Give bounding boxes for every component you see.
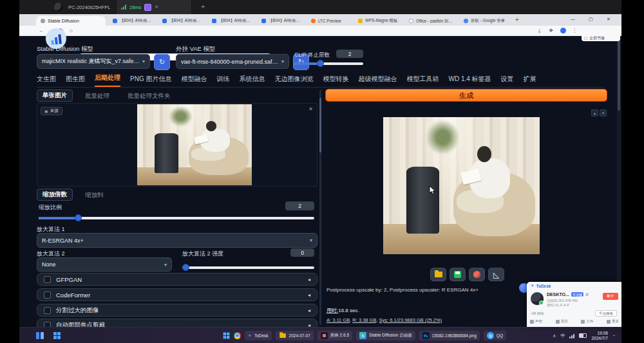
slider-handle[interactable] (75, 214, 82, 221)
todesk-action-files[interactable]: 文件 (581, 319, 593, 324)
chevron-down-icon: ▾ (281, 59, 284, 64)
vae-dropdown[interactable]: vae-ft-mse-840000-ema-pruned.safetensors… (176, 54, 289, 69)
widgets-icon[interactable] (36, 332, 39, 339)
tab-image-browser[interactable]: 无边图像浏览 (274, 75, 313, 87)
bookmarks-chip[interactable]: ▢ 全部书签 (582, 35, 620, 41)
tab-extras[interactable]: 后期处理 (95, 73, 120, 87)
browser-new-tab-button[interactable]: + (515, 16, 519, 23)
browser-tab[interactable]: 【B04】AI绘画整合包 - V启动器 (207, 16, 255, 26)
remote-session-tab[interactable]: 28ms ✕ (116, 0, 192, 14)
tab-txt2img[interactable]: 文生图 (37, 75, 56, 87)
tab-extensions[interactable]: 扩展 (524, 75, 536, 87)
taskbar-app-jianying[interactable]: 剪映 2.6.5 (317, 331, 352, 340)
todesk-disconnect-button[interactable]: 断开 (603, 293, 618, 300)
upscaler1-dropdown[interactable]: R-ESRGAN 4x+ ▾ (37, 233, 317, 248)
open-folder-button[interactable] (430, 268, 446, 281)
back-icon[interactable]: ← (39, 28, 44, 33)
remote-desktop-window: PC-20240625HFPL 28ms ✕ + Stable Diffusio… (19, 0, 621, 343)
subtab-batch-folder[interactable]: 批量处理文件夹 (128, 92, 171, 100)
scale-by-tab[interactable]: 缩放倍数 (37, 189, 73, 201)
upscaler2-dropdown[interactable]: None ▾ (37, 257, 172, 272)
save-image-button[interactable] (450, 268, 466, 281)
accordion-codeformer[interactable]: CodeFormer ◂ (37, 288, 317, 301)
browser-tab-active[interactable]: Stable Diffusion (36, 16, 106, 26)
battery-icon[interactable] (579, 333, 587, 338)
model-dropdown[interactable]: majicMIX realistic 麦橘写实_v7.safetensors [… (37, 54, 150, 69)
todesk-net-button[interactable]: 千兆网络 (595, 310, 617, 317)
tab-png-info[interactable]: PNG 图片信息 (130, 75, 171, 87)
ime-indicator[interactable]: 中 (560, 333, 565, 339)
send-to-img2img-button[interactable]: ◺ (488, 268, 504, 281)
tab-checkpoint-merger[interactable]: 模型融合 (181, 75, 207, 87)
subtab-batch-process[interactable]: 批量处理 (85, 92, 109, 100)
browser-tab[interactable]: 【B04】AI绘画整合包 - V启动器 (257, 16, 305, 26)
start-button[interactable] (53, 332, 61, 339)
browser-menu-icon[interactable]: ⋮ (572, 28, 577, 33)
taskbar-app-photoshop[interactable]: Ps 15082-1983866584.png (419, 331, 480, 340)
taskbar-app-qq[interactable]: Q QQ (484, 331, 506, 340)
window-maximize-button[interactable]: ▢ (589, 17, 593, 22)
accordion-gfpgan[interactable]: GFPGAN ◂ (37, 273, 317, 286)
browser-tab[interactable]: WPS-Magne 模板 (354, 16, 402, 26)
slider-handle[interactable] (182, 264, 189, 271)
browser-tab[interactable]: 【B04】AI绘画整合包 - V启动器 (108, 16, 156, 26)
subtab-single-image[interactable]: 单张图片 (37, 89, 73, 102)
tab-model-toolkit[interactable]: 模型工具箱 (406, 75, 439, 87)
send-to-extras-button[interactable] (469, 268, 485, 281)
taskbar-app-sd-launcher[interactable]: S Stable Diffusion 启动器 (356, 331, 415, 340)
remote-new-tab-button[interactable]: + (201, 3, 205, 10)
resize-slider[interactable] (39, 217, 314, 219)
scale-to-tab[interactable]: 缩放到 (85, 191, 104, 199)
clear-image-icon[interactable]: ✕ (308, 106, 313, 112)
upscaler2-strength-slider[interactable] (182, 266, 314, 269)
tab-super-merger[interactable]: 超级模型融合 (358, 75, 397, 87)
todesk-action-sound[interactable]: 声音 (530, 319, 542, 324)
checkbox[interactable] (44, 307, 51, 314)
notification-bell-icon[interactable]: ◔ (612, 333, 615, 338)
browser-tab[interactable]: LTC Preview (307, 16, 352, 26)
tab-train[interactable]: 训练 (216, 75, 229, 87)
extensions-icon[interactable]: ❖ (549, 28, 553, 33)
tray-expand-icon[interactable]: ∧ (553, 333, 556, 338)
result-image-preview[interactable] (383, 117, 540, 254)
source-image-preview[interactable] (137, 104, 252, 185)
resize-value[interactable]: 2 (285, 201, 314, 210)
browser-tab[interactable]: 【B04】AI绘画整合包 - V启动器 (158, 16, 205, 26)
generate-button[interactable]: 生成 (325, 89, 607, 102)
session-close-icon[interactable]: ✕ (155, 5, 158, 10)
network-icon[interactable] (569, 333, 574, 338)
checkbox[interactable] (44, 292, 51, 299)
tab-settings[interactable]: 设置 (501, 75, 514, 87)
dot-icon (556, 320, 560, 324)
profile-avatar[interactable] (560, 28, 566, 33)
browser-tab[interactable]: Office - pastbin Studio (404, 16, 457, 26)
download-icon[interactable]: ⤓ (538, 28, 541, 34)
column-scrollbar[interactable] (319, 90, 321, 325)
browser-tab[interactable]: 谷歌 - Google 登录 (459, 16, 511, 26)
tab-model-convert[interactable]: 模型转换 (323, 75, 348, 87)
slider-handle[interactable] (317, 60, 324, 67)
preview-expand-button[interactable]: ▴ (591, 109, 598, 116)
taskbar-app-folder[interactable]: 2024-07-07 (276, 331, 314, 340)
checkbox[interactable] (44, 276, 51, 283)
tab-system-info[interactable]: 系统信息 (239, 75, 265, 87)
todesk-action-quality[interactable]: 画质 (556, 319, 568, 324)
accordion-split-oversized[interactable]: 分割过大的图像 ◂ (37, 304, 317, 317)
todesk-action-more[interactable]: 更多 (607, 319, 619, 324)
upscaler2-strength-value[interactable]: 0 (290, 248, 314, 257)
home-icon[interactable]: ⌂ (70, 28, 73, 33)
source-image-panel[interactable]: ▣ 来源 ✕ (37, 103, 317, 187)
preview-close-button[interactable]: ✕ (600, 109, 607, 116)
clock[interactable]: 19:08 2024/7/7 (591, 331, 607, 340)
clip-skip-value[interactable]: 2 (336, 50, 363, 58)
tab-img2img[interactable]: 图生图 (66, 75, 85, 87)
taskbar-app-todesk[interactable]: ✈ ToDesk (245, 331, 272, 340)
task-view-icon[interactable] (223, 333, 230, 339)
window-minimize-button[interactable]: — (571, 17, 575, 21)
window-close-button[interactable]: ✕ (607, 17, 611, 22)
clip-skip-slider[interactable] (294, 62, 363, 65)
model-refresh-button[interactable]: ↻ (154, 54, 170, 70)
chrome-taskbar-icon[interactable] (234, 332, 241, 339)
tab-wd14-tagger[interactable]: WD 1.4 标签器 (448, 75, 491, 87)
phone-icon[interactable]: ✆ (585, 292, 589, 297)
